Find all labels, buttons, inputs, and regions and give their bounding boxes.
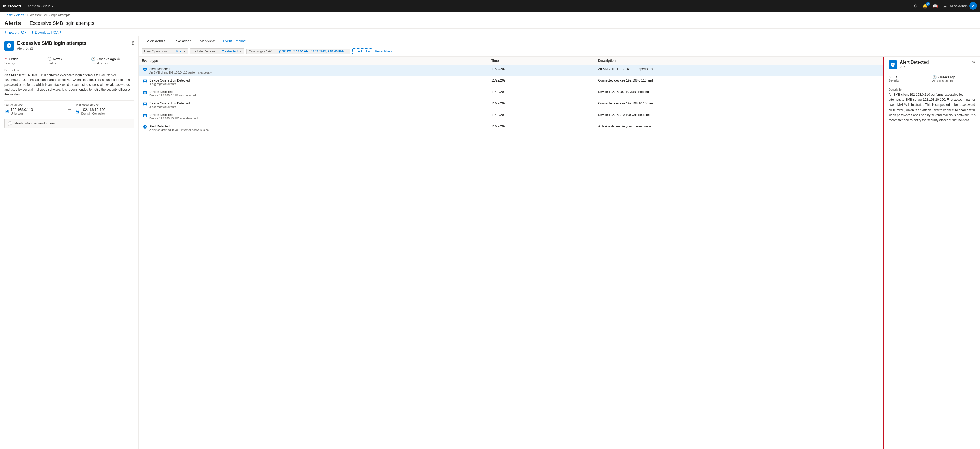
event-table-header: Event type Time Description [138, 57, 883, 65]
breadcrumb-home[interactable]: Home [4, 13, 13, 17]
brand: Microsoft [3, 4, 21, 8]
tab-alert-details[interactable]: Alert details [143, 36, 170, 46]
detail-time-value: 🕐 2 weeks ago [932, 75, 976, 79]
event-desc-cell: Device 192.168.0.110 was detected [595, 88, 883, 99]
status-cell: New ▾ Status [48, 57, 91, 65]
add-filter-button[interactable]: + Add filter [352, 49, 373, 54]
event-type-cell: Device Connection Detected 4 aggregated … [138, 76, 488, 88]
severity-value: ⚠ Critical [4, 57, 44, 61]
event-desc-cell: Connected devices 192.168.10.100 and [595, 99, 883, 111]
dest-device-label: Destination device [75, 103, 134, 106]
dest-device-sub: Domain Controller [81, 112, 105, 115]
device-row: Source device 🖥 192.168.0.110 Unknown → … [4, 100, 134, 115]
description-section: Description An SMB client 192.168.0.110 … [4, 68, 134, 97]
detail-time-sub: Activity start time [932, 79, 976, 83]
tab-take-action[interactable]: Take action [170, 36, 196, 46]
table-row[interactable]: Device Detected Device 192.168.0.110 was… [138, 88, 883, 99]
table-row[interactable]: Alert Detected A device defined in your … [138, 122, 883, 134]
breadcrumb-alerts[interactable]: Alerts [16, 13, 24, 17]
source-device-ip: 192.168.0.110 [11, 108, 33, 112]
detail-title: Alert Detected [900, 60, 929, 65]
alert-shield-icon [4, 41, 14, 51]
detail-expand-button[interactable]: ≫ [972, 60, 976, 64]
clock-icon: 🕐 [91, 57, 95, 61]
filter-close-1[interactable]: ✕ [183, 50, 186, 53]
topbar-icons: ⚙ 🔔 0 📖 ☁ [914, 3, 947, 8]
tab-event-timeline[interactable]: Event Timeline [219, 36, 250, 46]
detail-panel: Alert Detected 225 ≫ ALERT Severity 🕐 2 … [884, 57, 980, 449]
settings-icon[interactable]: ⚙ [914, 3, 918, 8]
collapse-button[interactable]: ⟪ [132, 41, 134, 46]
notification-icon[interactable]: 🔔 0 [923, 3, 928, 8]
filter-key-1: User Operations [144, 49, 167, 53]
breadcrumb-current: Excessive SMB login attempts [27, 13, 70, 17]
main-content: Excessive SMB login attempts Alert ID: 2… [0, 36, 980, 449]
download-pcap-button[interactable]: ⬇ Download PCAP [31, 30, 61, 34]
tabs: Alert details Take action Map view Event… [138, 36, 980, 46]
notification-badge: 0 [926, 2, 930, 6]
close-button[interactable]: × [973, 21, 976, 25]
tab-map-view[interactable]: Map view [196, 36, 219, 46]
status-chevron[interactable]: ▾ [61, 57, 62, 60]
status-row: ⚠ Critical Severity New ▾ Status 🕐 [4, 54, 134, 65]
table-row[interactable]: Alert Detected An SMB client 192.168.0.1… [138, 65, 883, 76]
download-icon: ⬇ [4, 30, 8, 34]
filter-op-3: == [274, 50, 277, 53]
svg-point-0 [48, 57, 51, 60]
breadcrumb: Home › Alerts › Excessive SMB login atte… [0, 12, 980, 19]
arrow-right-icon: → [67, 106, 72, 112]
alert-title: Excessive SMB login attempts [17, 41, 86, 46]
alert-header: Excessive SMB login attempts Alert ID: 2… [4, 41, 134, 51]
comment-icon: 💬 [8, 121, 12, 125]
event-icon [143, 90, 148, 95]
table-row[interactable]: Device Connection Detected 3 aggregated … [138, 99, 883, 111]
source-device-sub: Unknown [11, 112, 33, 115]
event-icon [143, 102, 148, 106]
event-type-cell: Device Detected Device 192.168.10.100 wa… [138, 111, 488, 122]
filter-chip-user-ops: User Operations == Hide ✕ [142, 49, 188, 54]
event-table-wrapper: Event type Time Description Alert Detect… [138, 57, 884, 449]
page-title: Alerts [4, 20, 21, 27]
dest-device-value: 🖨 192.168.10.100 Domain Controller [75, 108, 134, 115]
event-time-cell: 11/22/202... [488, 111, 595, 122]
table-row[interactable]: Device Connection Detected 4 aggregated … [138, 76, 883, 88]
event-name: Device Detected [149, 90, 196, 94]
filter-val-2: 2 selected [222, 49, 237, 53]
source-device-info: 192.168.0.110 Unknown [11, 108, 33, 115]
toolbar: ⬇ Export PDF ⬇ Download PCAP [0, 29, 980, 36]
detail-desc-text: An SMB client 192.168.0.110 performs exc… [889, 92, 976, 123]
status-label: Status [48, 62, 88, 65]
filter-close-3[interactable]: ✕ [346, 50, 348, 53]
filter-op-2: == [217, 49, 221, 53]
export-pdf-button[interactable]: ⬇ Export PDF [4, 30, 26, 34]
detail-clock-icon: 🕐 [932, 75, 937, 79]
topbar-user[interactable]: alice-admin A [950, 2, 977, 10]
filter-key-3: Time range (Date) [249, 50, 272, 53]
filter-key-2: Include Devices [192, 49, 215, 53]
comment-text: Needs info from vendor team [14, 122, 56, 125]
event-time-cell: 11/22/202... [488, 65, 595, 76]
event-type-cell: Alert Detected A device defined in your … [138, 122, 488, 134]
filter-close-2[interactable]: ✕ [240, 50, 242, 53]
table-row[interactable]: Device Detected Device 192.168.10.100 wa… [138, 111, 883, 122]
event-name: Device Connection Detected [149, 102, 190, 105]
reset-filters-button[interactable]: Reset filters [375, 49, 392, 53]
event-icon [143, 67, 148, 72]
status-value: New ▾ [48, 57, 88, 61]
cloud-icon[interactable]: ☁ [943, 3, 947, 8]
event-sub: Device 192.168.10.100 was detected [149, 117, 197, 120]
event-name: Device Detected [149, 113, 197, 117]
col-description: Description [595, 57, 883, 65]
dest-device-section: Destination device 🖨 192.168.10.100 Doma… [75, 103, 134, 115]
detail-desc-label: Description [889, 88, 976, 91]
filter-val-3: (1/1/1970, 2:00:00 AM - 11/22/2022, 3:54… [279, 50, 344, 53]
download-pcap-label: Download PCAP [35, 30, 61, 34]
description-text: An SMB client 192.168.0.110 performs exc… [4, 73, 134, 97]
event-sub: A device defined in your internal networ… [149, 128, 209, 132]
detail-time-col: 🕐 2 weeks ago Activity start time [932, 75, 976, 83]
detail-severity-sub: Severity [889, 79, 932, 82]
event-sub: 4 aggregated events [149, 83, 190, 86]
dest-device-ip: 192.168.10.100 [81, 108, 105, 112]
last-detection-value: 🕐 2 weeks ago ⓘ [91, 57, 131, 61]
book-icon[interactable]: 📖 [932, 3, 938, 8]
